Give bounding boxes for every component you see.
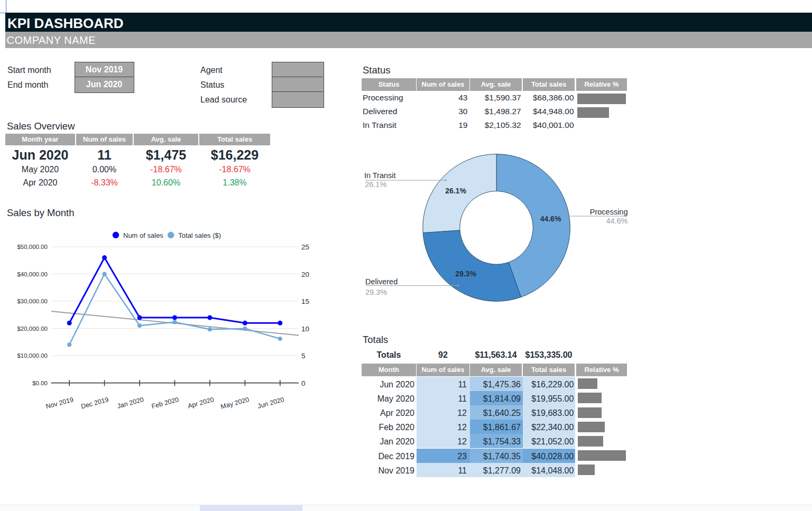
svg-text:25: 25	[301, 243, 309, 251]
svg-text:0: 0	[301, 379, 306, 387]
svg-text:10: 10	[301, 325, 309, 333]
svg-text:5: 5	[301, 352, 306, 360]
svg-text:Nov 2019: Nov 2019	[45, 396, 74, 410]
svg-text:Jun 2020: Jun 2020	[257, 396, 285, 410]
svg-text:Num of sales: Num of sales	[123, 231, 163, 239]
svg-text:44.6%: 44.6%	[540, 215, 561, 223]
svg-text:Feb 2020: Feb 2020	[151, 396, 180, 410]
svg-text:In Transit: In Transit	[364, 171, 396, 180]
svg-text:$10,000.00: $10,000.00	[17, 352, 48, 359]
svg-text:20: 20	[301, 271, 309, 278]
svg-text:$50,000.00: $50,000.00	[17, 244, 48, 250]
svg-text:$20,000.00: $20,000.00	[17, 326, 48, 332]
svg-text:44.6%: 44.6%	[606, 217, 628, 225]
svg-text:May 2020: May 2020	[220, 396, 250, 411]
svg-text:15: 15	[301, 298, 309, 305]
svg-text:29.3%: 29.3%	[455, 270, 476, 278]
svg-text:Total sales ($): Total sales ($)	[178, 231, 221, 239]
svg-text:26.1%: 26.1%	[365, 180, 386, 189]
svg-text:Delivered: Delivered	[365, 277, 398, 286]
svg-text:Processing: Processing	[590, 208, 628, 216]
svg-text:$40,000.00: $40,000.00	[17, 271, 48, 277]
svg-text:$0.00: $0.00	[32, 380, 48, 386]
svg-text:Jan 2020: Jan 2020	[116, 396, 144, 410]
svg-text:$30,000.00: $30,000.00	[17, 298, 48, 304]
svg-text:Dec 2019: Dec 2019	[80, 396, 109, 410]
svg-text:29.3%: 29.3%	[365, 288, 387, 296]
svg-text:Apr 2020: Apr 2020	[187, 396, 215, 410]
svg-text:26.1%: 26.1%	[445, 187, 466, 195]
